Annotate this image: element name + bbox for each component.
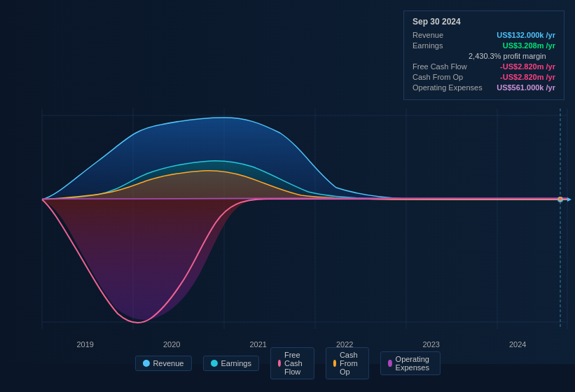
- tooltip-fcf: Free Cash Flow -US$2.820m /yr: [413, 62, 555, 71]
- fcf-dot: [278, 360, 281, 367]
- legend-earnings-label: Earnings: [221, 359, 251, 368]
- tooltip-cashfromop: Cash From Op -US$2.820m /yr: [413, 73, 555, 81]
- tooltip-earnings: Earnings US$3.208m /yr: [413, 41, 555, 50]
- tooltip-margin: 2,430.3% profit margin: [469, 52, 555, 60]
- tooltip-revenue: Revenue US$132.000k /yr: [413, 31, 555, 39]
- earnings-dot: [210, 360, 217, 367]
- cashfromop-dot: [333, 360, 336, 367]
- legend-revenue[interactable]: Revenue: [134, 356, 191, 371]
- legend-opex[interactable]: Operating Expenses: [380, 351, 440, 375]
- legend-earnings[interactable]: Earnings: [202, 356, 258, 371]
- legend-opex-label: Operating Expenses: [396, 355, 433, 372]
- chart-container: Sep 30 2024 Revenue US$132.000k /yr Earn…: [0, 0, 575, 392]
- legend-revenue-label: Revenue: [153, 359, 183, 368]
- x-label-2024: 2024: [509, 340, 526, 349]
- tooltip-opex: Operating Expenses US$561.000k /yr: [413, 83, 555, 92]
- tooltip-date: Sep 30 2024: [413, 17, 555, 27]
- x-label-2019: 2019: [77, 340, 94, 349]
- legend-cashfromop-label: Cash From Op: [340, 351, 361, 376]
- legend-fcf[interactable]: Free Cash Flow: [270, 347, 314, 379]
- revenue-dot: [142, 360, 149, 367]
- legend-fcf-label: Free Cash Flow: [284, 351, 307, 376]
- opex-dot: [388, 360, 392, 367]
- legend-cashfromop[interactable]: Cash From Op: [326, 347, 370, 379]
- chart-legend: Revenue Earnings Free Cash Flow Cash Fro…: [134, 347, 440, 379]
- tooltip-box: Sep 30 2024 Revenue US$132.000k /yr Earn…: [403, 10, 564, 100]
- svg-point-15: [559, 197, 562, 200]
